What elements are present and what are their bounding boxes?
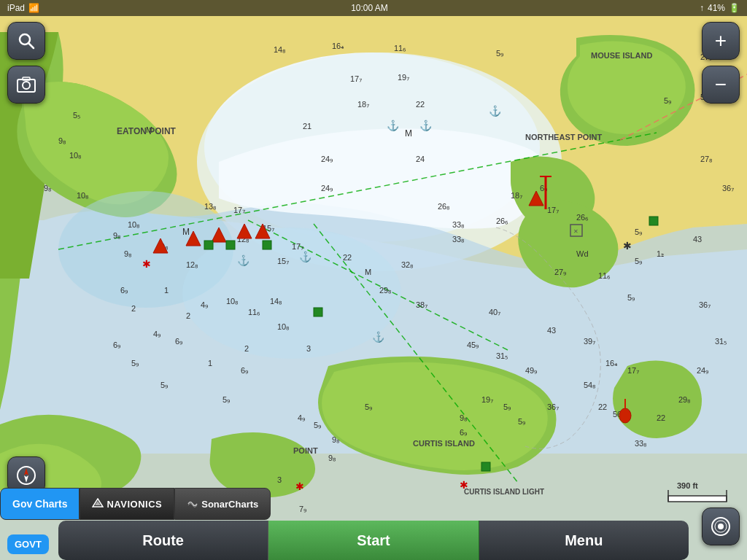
northeast-point-label: NORTHEAST POINT bbox=[525, 133, 602, 141]
svg-text:26₈: 26₈ bbox=[438, 202, 450, 211]
svg-text:11₆: 11₆ bbox=[248, 308, 260, 316]
svg-rect-129 bbox=[481, 462, 490, 471]
svg-text:16₄: 16₄ bbox=[605, 359, 618, 368]
svg-text:32₈: 32₈ bbox=[401, 260, 414, 269]
svg-text:19₇: 19₇ bbox=[481, 395, 493, 404]
svg-text:9₈: 9₈ bbox=[58, 136, 66, 145]
zoom-out-button[interactable]: − bbox=[702, 66, 740, 104]
svg-text:36₇: 36₇ bbox=[699, 300, 711, 309]
svg-text:1₂: 1₂ bbox=[657, 249, 664, 258]
svg-text:POINT: POINT bbox=[293, 446, 318, 455]
svg-text:4₉: 4₉ bbox=[153, 330, 160, 338]
svg-point-122 bbox=[619, 408, 631, 423]
svg-text:17₇: 17₇ bbox=[627, 366, 639, 375]
svg-text:11₆: 11₆ bbox=[394, 44, 406, 52]
svg-text:49₉: 49₉ bbox=[525, 366, 537, 375]
sonarcharts-tab[interactable]: SonarCharts bbox=[174, 488, 271, 520]
svg-text:43: 43 bbox=[547, 326, 556, 335]
svg-text:⚓: ⚓ bbox=[237, 254, 250, 267]
navionics-tab[interactable]: NAVIONICS bbox=[80, 488, 174, 520]
svg-text:5₉: 5₉ bbox=[131, 359, 139, 368]
svg-text:24₉: 24₉ bbox=[321, 184, 333, 192]
battery-icon: 🔋 bbox=[729, 3, 740, 13]
svg-text:17₇: 17₇ bbox=[547, 206, 559, 214]
curtis-island-label: CURTIS ISLAND bbox=[413, 439, 475, 448]
svg-text:12₈: 12₈ bbox=[186, 260, 198, 269]
svg-text:9₈: 9₈ bbox=[460, 413, 468, 422]
curtis-island-light-label: CURTIS ISLAND LIGHT bbox=[464, 488, 544, 496]
svg-rect-128 bbox=[649, 217, 658, 225]
svg-text:6₉: 6₉ bbox=[113, 341, 120, 349]
svg-text:17₇: 17₇ bbox=[292, 242, 303, 251]
start-label: Start bbox=[357, 532, 390, 549]
svg-text:5₉: 5₉ bbox=[160, 381, 168, 389]
svg-text:22: 22 bbox=[416, 100, 425, 109]
svg-text:2: 2 bbox=[131, 304, 136, 313]
menu-label: Menu bbox=[565, 532, 603, 549]
svg-text:2: 2 bbox=[244, 344, 249, 353]
svg-text:31₅: 31₅ bbox=[496, 351, 508, 360]
svg-text:19₇: 19₇ bbox=[398, 73, 409, 82]
start-button[interactable]: Start bbox=[268, 521, 479, 560]
svg-text:6₉: 6₉ bbox=[460, 428, 467, 437]
svg-text:⚓: ⚓ bbox=[489, 105, 502, 117]
wifi-icon: 📶 bbox=[28, 3, 39, 13]
device-label: iPad bbox=[7, 3, 25, 13]
svg-text:9₈: 9₈ bbox=[124, 249, 132, 258]
svg-rect-126 bbox=[263, 241, 271, 249]
svg-text:38₇: 38₇ bbox=[416, 300, 427, 309]
svg-rect-127 bbox=[314, 308, 322, 316]
zoom-out-icon: − bbox=[715, 74, 727, 95]
svg-text:⚓: ⚓ bbox=[372, 331, 385, 343]
svg-text:33₈: 33₈ bbox=[635, 439, 647, 448]
svg-text:5₉: 5₉ bbox=[222, 395, 230, 404]
svg-text:5₉: 5₉ bbox=[518, 417, 525, 426]
camera-button[interactable] bbox=[7, 66, 45, 104]
svg-rect-125 bbox=[226, 241, 235, 249]
svg-text:15₇: 15₇ bbox=[277, 257, 289, 265]
svg-text:✱: ✱ bbox=[460, 479, 468, 491]
svg-text:✱: ✱ bbox=[295, 481, 304, 492]
svg-text:M: M bbox=[405, 128, 412, 139]
svg-text:5₉: 5₉ bbox=[664, 96, 671, 105]
svg-text:26₆: 26₆ bbox=[576, 213, 589, 222]
svg-text:4₉: 4₉ bbox=[201, 300, 208, 309]
svg-line-150 bbox=[28, 43, 34, 48]
route-label: Route bbox=[142, 532, 184, 549]
menu-button[interactable]: Menu bbox=[479, 521, 689, 560]
search-button[interactable] bbox=[7, 22, 45, 60]
svg-text:27₈: 27₈ bbox=[700, 155, 713, 163]
chart-selector: Gov Charts NAVIONICS SonarCharts bbox=[0, 488, 271, 520]
svg-text:16₄: 16₄ bbox=[332, 42, 344, 50]
svg-text:24₉: 24₉ bbox=[321, 155, 333, 163]
route-button[interactable]: Route bbox=[58, 521, 268, 560]
svg-text:5₉: 5₉ bbox=[496, 49, 503, 58]
svg-text:26₆: 26₆ bbox=[496, 217, 508, 225]
zoom-in-button[interactable]: + bbox=[702, 22, 740, 60]
map-canvas[interactable]: 14₈ 16₄ 11₆ 5₉ 27₉ 17₇ 19₇ 22 M 24 21 24… bbox=[0, 16, 747, 560]
svg-text:33₈: 33₈ bbox=[452, 220, 465, 229]
svg-text:21: 21 bbox=[303, 122, 311, 131]
svg-text:✕: ✕ bbox=[573, 228, 578, 235]
svg-text:9₈: 9₈ bbox=[113, 231, 121, 240]
svg-text:M: M bbox=[365, 268, 371, 276]
svg-text:⚓: ⚓ bbox=[299, 251, 312, 263]
svg-text:54₈: 54₈ bbox=[584, 381, 596, 389]
battery-level: 41% bbox=[708, 3, 725, 13]
svg-text:5₉: 5₉ bbox=[627, 293, 635, 302]
gov-charts-tab[interactable]: Gov Charts bbox=[0, 488, 80, 520]
navionics-logo: NAVIONICS bbox=[92, 498, 162, 510]
svg-text:✱: ✱ bbox=[142, 258, 151, 270]
svg-text:5₉: 5₉ bbox=[635, 228, 642, 236]
svg-text:22: 22 bbox=[657, 413, 665, 422]
svg-text:45₉: 45₉ bbox=[467, 341, 479, 349]
svg-text:13₈: 13₈ bbox=[204, 202, 217, 211]
svg-text:39₇: 39₇ bbox=[584, 337, 595, 346]
battery-arrow-icon: ↑ bbox=[700, 3, 704, 13]
svg-text:1: 1 bbox=[208, 359, 212, 368]
svg-text:5₉: 5₉ bbox=[365, 402, 372, 411]
svg-text:⚓: ⚓ bbox=[419, 120, 433, 132]
zoom-in-icon: + bbox=[715, 31, 727, 51]
svg-text:2: 2 bbox=[186, 311, 190, 320]
svg-text:3: 3 bbox=[277, 475, 282, 484]
